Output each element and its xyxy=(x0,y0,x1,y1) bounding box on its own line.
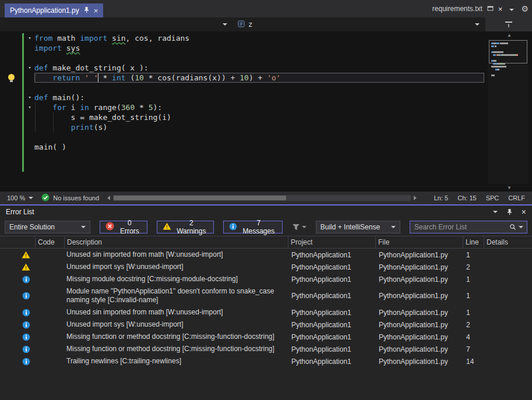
code-text: def make_dot_string( x ): xyxy=(34,63,484,73)
column-file[interactable]: File xyxy=(375,236,463,248)
error-row[interactable]: Missing function or method docstring [C:… xyxy=(0,331,532,343)
code-text xyxy=(34,53,484,63)
gutter-margin xyxy=(0,142,22,152)
error-row[interactable]: Trailing newlines [C:trailing-newlines]P… xyxy=(0,355,532,367)
error-line: 2 xyxy=(463,263,484,271)
float-window-icon[interactable] xyxy=(487,5,494,13)
split-editor-button[interactable] xyxy=(485,17,532,31)
error-row[interactable]: Missing module docstring [C:missing-modu… xyxy=(0,273,532,285)
warnings-filter-button[interactable]: 2 Warnings xyxy=(157,221,214,233)
code-health-indicator[interactable]: No issues found xyxy=(41,193,99,203)
code-line[interactable]: ▾def main(): xyxy=(0,93,487,102)
code-line[interactable] xyxy=(0,162,487,172)
indent-guide xyxy=(35,102,36,112)
code-line[interactable]: ▾def make_dot_string( x ): xyxy=(0,63,487,73)
gear-icon[interactable]: ⚙ xyxy=(521,4,529,13)
change-tracking-bar xyxy=(22,33,24,43)
code-line[interactable] xyxy=(0,53,487,63)
minimap-scrollbar[interactable]: ▲ ▼ xyxy=(487,31,532,192)
close-icon[interactable]: × xyxy=(94,7,98,15)
scroll-left-icon[interactable] xyxy=(107,196,110,200)
tab-pythonapplication1[interactable]: PythonApplication1.py × xyxy=(5,3,103,17)
close-icon[interactable]: × xyxy=(498,5,503,13)
scroll-down-icon[interactable]: ▼ xyxy=(487,184,532,192)
gutter-margin xyxy=(0,112,22,122)
minimap[interactable] xyxy=(488,39,529,184)
change-tracking-bar xyxy=(22,132,24,142)
minimap-line xyxy=(491,66,527,68)
error-row[interactable]: Module name "PythonApplication1" doesn't… xyxy=(0,285,532,306)
scrollbar-thumb[interactable] xyxy=(114,196,286,200)
panel-header[interactable]: Error List × xyxy=(0,206,532,218)
scope-dropdown[interactable]: Entire Solution xyxy=(5,221,90,233)
code-line[interactable] xyxy=(0,132,487,142)
symbol-dropdown[interactable]: z xyxy=(232,17,485,31)
search-icon[interactable] xyxy=(506,224,527,231)
filter-icon[interactable] xyxy=(292,224,306,231)
error-list-column-headers: Code Description Project File Line Detai… xyxy=(0,236,532,249)
source-dropdown[interactable]: Build + IntelliSense xyxy=(316,221,400,233)
code-line[interactable]: return ' ' * int (10 * cos(radians(x)) +… xyxy=(0,73,487,83)
code-line[interactable]: ▾from math import sin, cos, radians xyxy=(0,33,487,43)
info-icon xyxy=(0,292,35,300)
project-dropdown[interactable] xyxy=(0,17,232,31)
pin-icon[interactable] xyxy=(83,6,90,15)
code-line[interactable] xyxy=(0,152,487,162)
source-value: Build + IntelliSense xyxy=(320,223,380,231)
error-row[interactable]: Unused sin imported from math [W:unused-… xyxy=(0,249,532,261)
column-severity[interactable] xyxy=(0,236,35,248)
code-line[interactable]: main( ) xyxy=(0,142,487,152)
messages-filter-button[interactable]: 7 Messages xyxy=(223,221,283,233)
minimap-line xyxy=(491,63,527,65)
code-line[interactable]: print(s) xyxy=(0,122,487,132)
error-row[interactable]: Unused import sys [W:unused-import]Pytho… xyxy=(0,318,532,331)
window-position-icon[interactable] xyxy=(493,211,498,213)
gutter-margin xyxy=(0,33,22,43)
spaces-indicator[interactable]: SPC xyxy=(486,194,499,201)
error-file: PythonApplication1.py xyxy=(375,275,463,284)
indent-guide xyxy=(53,122,54,132)
fold-marker xyxy=(25,142,34,152)
error-row[interactable]: Unused sin imported from math [W:unused-… xyxy=(0,306,532,318)
column-code[interactable]: Code xyxy=(35,236,64,248)
column-details[interactable]: Details xyxy=(484,236,532,248)
scroll-right-icon[interactable] xyxy=(414,196,417,200)
error-description: Unused import sys [W:unused-import] xyxy=(64,261,288,273)
visual-studio-window: PythonApplication1.py × requirements.txt… xyxy=(0,0,532,400)
change-tracking-bar xyxy=(22,142,24,152)
fold-marker xyxy=(25,162,34,172)
code-area[interactable]: ▾from math import sin, cos, radiansimpor… xyxy=(0,31,487,192)
error-file: PythonApplication1.py xyxy=(375,263,463,271)
horizontal-scrollbar[interactable] xyxy=(107,195,417,201)
column-project[interactable]: Project xyxy=(288,236,375,248)
scrollbar-track[interactable] xyxy=(113,195,411,201)
info-icon xyxy=(0,333,35,341)
fold-marker[interactable]: ▾ xyxy=(25,93,34,102)
fold-marker[interactable]: ▾ xyxy=(25,63,34,73)
indent-guide xyxy=(35,112,36,122)
scroll-up-icon[interactable]: ▲ xyxy=(487,31,532,39)
code-line[interactable] xyxy=(0,83,487,93)
code-line[interactable]: import sys xyxy=(0,43,487,53)
fold-marker[interactable]: ▾ xyxy=(25,102,34,112)
error-row[interactable]: Missing function or method docstring [C:… xyxy=(0,343,532,355)
error-description: Missing module docstring [C:missing-modu… xyxy=(64,273,288,285)
chevron-down-icon[interactable] xyxy=(509,5,514,13)
close-icon[interactable]: × xyxy=(522,208,526,216)
error-file: PythonApplication1.py xyxy=(375,333,463,341)
lightbulb-icon[interactable] xyxy=(8,74,15,80)
error-row[interactable]: Unused import sys [W:unused-import]Pytho… xyxy=(0,261,532,273)
column-description[interactable]: Description xyxy=(64,236,288,248)
change-tracking-bar xyxy=(22,102,24,112)
zoom-level: 100 % xyxy=(7,194,25,201)
tab-requirements[interactable]: requirements.txt × xyxy=(432,5,503,13)
code-line[interactable]: s = make_dot_string(i) xyxy=(0,112,487,122)
errors-filter-button[interactable]: 0 Errors xyxy=(100,221,147,233)
code-line[interactable]: ▾ for i in range(360 * 5): xyxy=(0,102,487,112)
zoom-selector[interactable]: 100 % xyxy=(5,194,36,201)
pin-icon[interactable] xyxy=(506,208,513,215)
search-input[interactable] xyxy=(410,223,506,231)
line-ending-indicator[interactable]: CRLF xyxy=(508,194,525,201)
fold-marker[interactable]: ▾ xyxy=(25,33,34,43)
column-line[interactable]: Line xyxy=(463,236,484,248)
